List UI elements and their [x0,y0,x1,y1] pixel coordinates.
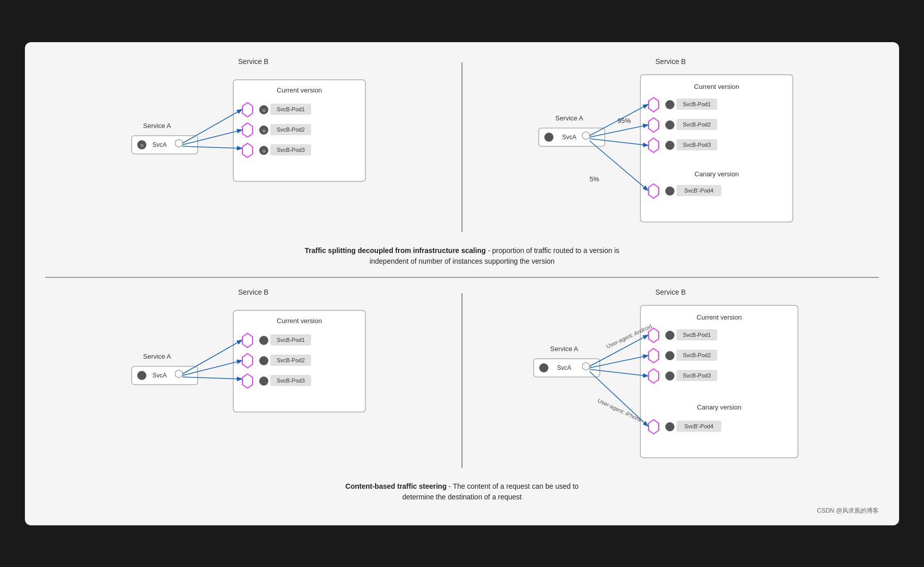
bottom-left-service-b-title: Service B [238,288,269,296]
bottom-left-diagram: Service B Current version SvcB-Pod1 SvcB… [45,288,461,443]
top-right-diagram: Service B Current version SvcB-Pod1 SvcB… [463,57,879,237]
top-caption-bold: Traffic splitting decoupled from infrast… [304,246,485,255]
bottom-right-service-b-title: Service B [656,288,686,296]
top-row: Service B Current version ⊙ SvcB-Pod1 ⊙ [45,57,879,237]
svg-text:User-agent: iPhone: User-agent: iPhone [597,397,643,423]
svg-text:Canary  version: Canary version [697,403,741,411]
svg-text:Service A: Service A [143,353,171,360]
bottom-left-svg: Current version SvcB-Pod1 SvcB-Pod2 SvcB… [121,300,386,443]
svg-text:SvcA: SvcA [152,372,166,379]
svg-text:Service A: Service A [550,345,578,353]
svg-text:5%: 5% [590,175,599,183]
svg-text:SvcB-Pod1: SvcB-Pod1 [276,106,304,112]
svg-text:SvcA: SvcA [562,134,576,141]
top-left-svg: Current version ⊙ SvcB-Pod1 ⊙ SvcB-Pod2 … [121,70,386,212]
svg-text:Canary  version: Canary version [694,170,738,178]
bottom-row: Service B Current version SvcB-Pod1 SvcB… [45,288,879,473]
top-right-svg: Current version SvcB-Pod1 SvcB-Pod2 SvcB… [529,70,813,237]
svg-point-85 [665,351,674,360]
svg-text:Current version: Current version [696,313,742,321]
svg-point-72 [137,371,146,380]
svg-text:SvcA: SvcA [152,141,166,148]
top-left-service-b-title: Service B [238,57,269,66]
svg-text:95%: 95% [618,117,631,124]
svg-text:SvcB-Pod1: SvcB-Pod1 [683,101,711,107]
top-left-diagram: Service B Current version ⊙ SvcB-Pod1 ⊙ [45,57,461,212]
svg-text:Service A: Service A [143,122,171,130]
svg-point-47 [544,133,553,142]
svg-point-94 [665,422,674,431]
svg-text:SvcA: SvcA [557,364,571,371]
svg-text:⊙: ⊙ [262,149,265,153]
svg-point-29 [665,100,674,109]
bottom-right-svg: Current version SvcB-Pod1 SvcB-Pod2 SvcB… [518,300,823,473]
svg-point-81 [665,331,674,340]
bottom-caption-bold: Content-based traffic steering [346,482,447,490]
svg-text:SvcB'-Pod4: SvcB'-Pod4 [684,187,713,194]
svg-text:SvcB-Pod2: SvcB-Pod2 [683,352,711,358]
svg-text:SvcB'-Pod4: SvcB'-Pod4 [684,423,713,429]
bottom-right-diagram: Service B Current version SvcB-Pod1 SvcB… [463,288,879,473]
svg-text:⊙: ⊙ [262,108,265,113]
svg-text:SvcB-Pod1: SvcB-Pod1 [683,332,711,338]
svg-text:SvcB-Pod2: SvcB-Pod2 [683,121,711,128]
svg-text:Current version: Current version [694,83,739,90]
section-divider [45,277,879,278]
top-right-service-b-title: Service B [656,57,686,66]
main-card: Service B Current version ⊙ SvcB-Pod1 ⊙ [25,42,899,525]
svg-point-37 [665,141,674,150]
svg-point-42 [665,186,674,196]
svg-line-75 [182,340,241,374]
watermark: CSDN @风求凰的博客 [45,507,879,515]
svg-line-23 [182,110,241,143]
svg-text:SvcB-Pod2: SvcB-Pod2 [276,127,304,133]
svg-text:⊙: ⊙ [262,129,265,133]
bottom-caption: Content-based traffic steering - The con… [45,481,879,502]
svg-text:SvcB-Pod2: SvcB-Pod2 [276,357,304,363]
svg-point-99 [539,363,548,372]
svg-text:SvcB-Pod3: SvcB-Pod3 [683,372,711,379]
svg-text:SvcB-Pod3: SvcB-Pod3 [683,142,711,148]
svg-text:Current version: Current version [276,317,322,325]
svg-point-89 [665,371,674,381]
svg-text:SvcB-Pod3: SvcB-Pod3 [276,377,304,384]
svg-point-33 [665,120,674,130]
svg-text:SvcB-Pod1: SvcB-Pod1 [276,337,304,343]
svg-point-67 [259,376,268,386]
svg-text:⊙: ⊙ [140,143,143,148]
svg-rect-78 [640,305,798,458]
svg-text:Current version: Current version [276,86,322,94]
svg-text:SvcB-Pod3: SvcB-Pod3 [276,147,304,153]
svg-text:Service A: Service A [555,114,583,122]
svg-point-59 [259,336,268,345]
top-caption: Traffic splitting decoupled from infrast… [45,245,879,267]
svg-point-63 [259,356,268,365]
